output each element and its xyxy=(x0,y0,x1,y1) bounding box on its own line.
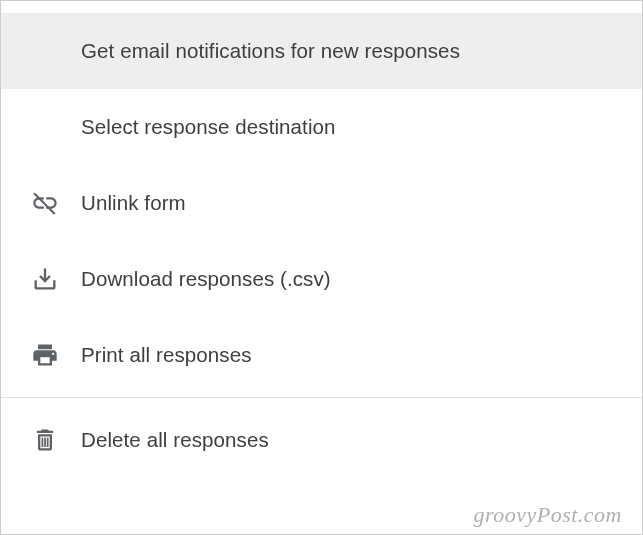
unlink-icon xyxy=(31,189,59,217)
print-icon xyxy=(31,341,59,369)
icon-slot xyxy=(31,265,81,293)
menu-item-delete-responses[interactable]: Delete all responses xyxy=(1,402,642,478)
menu-item-unlink-form[interactable]: Unlink form xyxy=(1,165,642,241)
icon-slot xyxy=(31,189,81,217)
menu-item-label: Get email notifications for new response… xyxy=(81,39,460,63)
download-icon xyxy=(31,265,59,293)
menu-item-label: Unlink form xyxy=(81,191,186,215)
menu-item-label: Print all responses xyxy=(81,343,252,367)
delete-icon xyxy=(31,426,59,454)
menu-item-label: Select response destination xyxy=(81,115,336,139)
icon-slot xyxy=(31,426,81,454)
svg-rect-2 xyxy=(47,438,49,447)
svg-rect-1 xyxy=(44,438,46,447)
menu-item-download-responses[interactable]: Download responses (.csv) xyxy=(1,241,642,317)
menu-item-label: Download responses (.csv) xyxy=(81,267,331,291)
menu-separator xyxy=(1,397,642,398)
responses-menu: Get email notifications for new response… xyxy=(1,1,642,478)
menu-item-email-notifications[interactable]: Get email notifications for new response… xyxy=(1,13,642,89)
icon-slot xyxy=(31,341,81,369)
menu-item-print-responses[interactable]: Print all responses xyxy=(1,317,642,393)
watermark-text: groovyPost.com xyxy=(473,502,622,528)
svg-rect-0 xyxy=(42,438,44,447)
menu-item-select-destination[interactable]: Select response destination xyxy=(1,89,642,165)
menu-item-label: Delete all responses xyxy=(81,428,269,452)
